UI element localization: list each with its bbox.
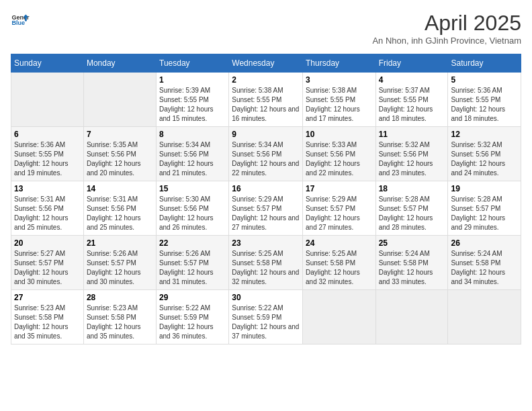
calendar-cell: 21 Sunrise: 5:26 AMSunset: 5:57 PMDaylig…: [83, 236, 156, 290]
calendar-cell: 7 Sunrise: 5:35 AMSunset: 5:56 PMDayligh…: [83, 127, 156, 181]
week-row-4: 20 Sunrise: 5:27 AMSunset: 5:57 PMDaylig…: [11, 236, 521, 290]
day-number: 8: [159, 130, 226, 139]
logo-icon: General Blue: [11, 11, 30, 30]
day-info: Sunrise: 5:36 AMSunset: 5:55 PMDaylight:…: [451, 87, 505, 122]
calendar-cell: 29 Sunrise: 5:22 AMSunset: 5:59 PMDaylig…: [157, 290, 229, 345]
day-info: Sunrise: 5:39 AMSunset: 5:55 PMDaylight:…: [159, 87, 214, 122]
week-row-1: 1 Sunrise: 5:39 AMSunset: 5:55 PMDayligh…: [11, 73, 521, 127]
calendar-cell: 15 Sunrise: 5:30 AMSunset: 5:56 PMDaylig…: [157, 181, 229, 236]
day-number: 14: [87, 184, 153, 193]
day-info: Sunrise: 5:25 AMSunset: 5:58 PMDaylight:…: [306, 250, 360, 285]
day-number: 6: [14, 130, 81, 139]
col-sunday: Sunday: [11, 54, 84, 73]
calendar-cell: 18 Sunrise: 5:28 AMSunset: 5:57 PMDaylig…: [375, 181, 448, 236]
calendar-cell: 5 Sunrise: 5:36 AMSunset: 5:55 PMDayligh…: [448, 73, 521, 127]
calendar-cell: 10 Sunrise: 5:33 AMSunset: 5:56 PMDaylig…: [303, 127, 376, 181]
col-wednesday: Wednesday: [229, 54, 303, 73]
col-saturday: Saturday: [448, 54, 521, 73]
header-row: Sunday Monday Tuesday Wednesday Thursday…: [11, 54, 521, 73]
calendar-cell: 30 Sunrise: 5:22 AMSunset: 5:59 PMDaylig…: [229, 290, 303, 345]
calendar-cell: 24 Sunrise: 5:25 AMSunset: 5:58 PMDaylig…: [303, 236, 376, 290]
calendar-cell: 14 Sunrise: 5:31 AMSunset: 5:56 PMDaylig…: [83, 181, 156, 236]
calendar-cell: 28 Sunrise: 5:23 AMSunset: 5:58 PMDaylig…: [83, 290, 156, 345]
col-tuesday: Tuesday: [157, 54, 229, 73]
calendar-table: Sunday Monday Tuesday Wednesday Thursday…: [11, 54, 521, 345]
day-info: Sunrise: 5:27 AMSunset: 5:57 PMDaylight:…: [14, 250, 69, 285]
calendar-cell: 20 Sunrise: 5:27 AMSunset: 5:57 PMDaylig…: [11, 236, 84, 290]
day-number: 20: [14, 238, 81, 248]
day-number: 25: [379, 238, 445, 248]
calendar-cell: 1 Sunrise: 5:39 AMSunset: 5:55 PMDayligh…: [157, 73, 229, 127]
day-number: 9: [232, 130, 300, 139]
day-info: Sunrise: 5:24 AMSunset: 5:58 PMDaylight:…: [379, 250, 433, 285]
svg-text:Blue: Blue: [11, 19, 25, 26]
week-row-2: 6 Sunrise: 5:36 AMSunset: 5:55 PMDayligh…: [11, 127, 521, 181]
day-number: 12: [451, 130, 518, 139]
day-number: 2: [232, 75, 300, 85]
day-number: 29: [159, 293, 226, 302]
day-info: Sunrise: 5:29 AMSunset: 5:57 PMDaylight:…: [232, 195, 299, 231]
day-info: Sunrise: 5:36 AMSunset: 5:55 PMDaylight:…: [14, 141, 69, 177]
day-info: Sunrise: 5:35 AMSunset: 5:56 PMDaylight:…: [87, 141, 141, 177]
calendar-cell: 22 Sunrise: 5:26 AMSunset: 5:57 PMDaylig…: [157, 236, 229, 290]
day-number: 7: [87, 130, 153, 139]
day-info: Sunrise: 5:25 AMSunset: 5:58 PMDaylight:…: [232, 250, 299, 285]
title-block: April 2025 An Nhon, inh GJinh Province, …: [372, 11, 521, 46]
calendar-title: April 2025: [372, 11, 521, 36]
day-number: 26: [451, 238, 518, 248]
col-monday: Monday: [83, 54, 156, 73]
day-info: Sunrise: 5:32 AMSunset: 5:56 PMDaylight:…: [379, 141, 433, 177]
day-info: Sunrise: 5:33 AMSunset: 5:56 PMDaylight:…: [306, 141, 360, 177]
page-header: General Blue April 2025 An Nhon, inh GJi…: [11, 11, 521, 46]
day-info: Sunrise: 5:30 AMSunset: 5:56 PMDaylight:…: [159, 195, 214, 231]
calendar-cell: [11, 73, 84, 127]
calendar-cell: 13 Sunrise: 5:31 AMSunset: 5:56 PMDaylig…: [11, 181, 84, 236]
col-friday: Friday: [375, 54, 448, 73]
day-info: Sunrise: 5:26 AMSunset: 5:57 PMDaylight:…: [87, 250, 141, 285]
day-info: Sunrise: 5:28 AMSunset: 5:57 PMDaylight:…: [379, 195, 433, 231]
calendar-cell: 19 Sunrise: 5:28 AMSunset: 5:57 PMDaylig…: [448, 181, 521, 236]
day-number: 21: [87, 238, 153, 248]
calendar-cell: [303, 290, 376, 345]
calendar-cell: [83, 73, 156, 127]
day-number: 28: [87, 293, 153, 302]
day-number: 23: [232, 238, 300, 248]
day-number: 1: [159, 75, 226, 85]
day-info: Sunrise: 5:26 AMSunset: 5:57 PMDaylight:…: [159, 250, 214, 285]
calendar-cell: 26 Sunrise: 5:24 AMSunset: 5:58 PMDaylig…: [448, 236, 521, 290]
calendar-cell: 8 Sunrise: 5:34 AMSunset: 5:56 PMDayligh…: [157, 127, 229, 181]
calendar-cell: 12 Sunrise: 5:32 AMSunset: 5:56 PMDaylig…: [448, 127, 521, 181]
day-number: 19: [451, 184, 518, 193]
day-info: Sunrise: 5:37 AMSunset: 5:55 PMDaylight:…: [379, 87, 433, 122]
day-info: Sunrise: 5:32 AMSunset: 5:56 PMDaylight:…: [451, 141, 505, 177]
day-info: Sunrise: 5:31 AMSunset: 5:56 PMDaylight:…: [87, 195, 141, 231]
day-info: Sunrise: 5:24 AMSunset: 5:58 PMDaylight:…: [451, 250, 505, 285]
calendar-cell: 2 Sunrise: 5:38 AMSunset: 5:55 PMDayligh…: [229, 73, 303, 127]
day-info: Sunrise: 5:29 AMSunset: 5:57 PMDaylight:…: [306, 195, 360, 231]
day-number: 16: [232, 184, 300, 193]
day-info: Sunrise: 5:34 AMSunset: 5:56 PMDaylight:…: [159, 141, 214, 177]
calendar-header: Sunday Monday Tuesday Wednesday Thursday…: [11, 54, 521, 73]
calendar-cell: 27 Sunrise: 5:23 AMSunset: 5:58 PMDaylig…: [11, 290, 84, 345]
calendar-cell: 11 Sunrise: 5:32 AMSunset: 5:56 PMDaylig…: [375, 127, 448, 181]
calendar-cell: 25 Sunrise: 5:24 AMSunset: 5:58 PMDaylig…: [375, 236, 448, 290]
week-row-3: 13 Sunrise: 5:31 AMSunset: 5:56 PMDaylig…: [11, 181, 521, 236]
day-info: Sunrise: 5:28 AMSunset: 5:57 PMDaylight:…: [451, 195, 505, 231]
calendar-cell: 9 Sunrise: 5:34 AMSunset: 5:56 PMDayligh…: [229, 127, 303, 181]
day-info: Sunrise: 5:22 AMSunset: 5:59 PMDaylight:…: [159, 304, 214, 340]
col-thursday: Thursday: [303, 54, 376, 73]
calendar-cell: 3 Sunrise: 5:38 AMSunset: 5:55 PMDayligh…: [303, 73, 376, 127]
day-number: 30: [232, 293, 300, 302]
day-info: Sunrise: 5:31 AMSunset: 5:56 PMDaylight:…: [14, 195, 69, 231]
calendar-cell: 16 Sunrise: 5:29 AMSunset: 5:57 PMDaylig…: [229, 181, 303, 236]
day-number: 13: [14, 184, 81, 193]
day-number: 27: [14, 293, 81, 302]
day-number: 10: [306, 130, 373, 139]
calendar-cell: 23 Sunrise: 5:25 AMSunset: 5:58 PMDaylig…: [229, 236, 303, 290]
calendar-body: 1 Sunrise: 5:39 AMSunset: 5:55 PMDayligh…: [11, 73, 521, 345]
logo: General Blue: [11, 11, 30, 30]
day-number: 15: [159, 184, 226, 193]
day-number: 11: [379, 130, 445, 139]
day-number: 18: [379, 184, 445, 193]
week-row-5: 27 Sunrise: 5:23 AMSunset: 5:58 PMDaylig…: [11, 290, 521, 345]
